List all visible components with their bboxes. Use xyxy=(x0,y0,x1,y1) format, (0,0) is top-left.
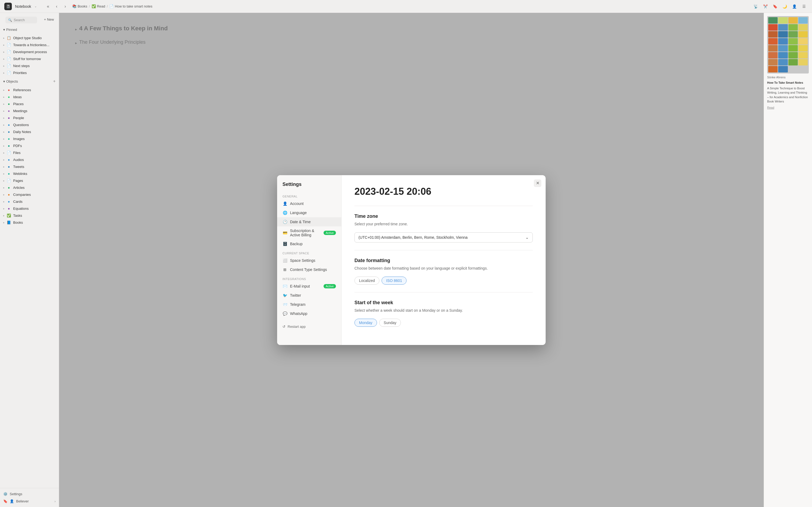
book-cover-cell xyxy=(798,45,808,52)
sunday-button[interactable]: Sunday xyxy=(379,319,401,327)
settings-nav-content-type[interactable]: ⊞ Content Type Settings xyxy=(277,265,341,274)
modal-close-button[interactable]: ✕ xyxy=(534,179,541,187)
settings-nav-language[interactable]: 🌐 Language xyxy=(277,208,341,217)
search-icon: 🔍 xyxy=(8,18,12,22)
book-cover-cell xyxy=(798,17,808,23)
objects-items: ▸ ● References ▸ ● Ideas ▸ ● Places ▸ ● xyxy=(0,85,59,227)
sidebar-item-ideas[interactable]: ▸ ● Ideas xyxy=(0,93,59,100)
settings-content: 2023-02-15 20:06 Time zone Select your p… xyxy=(342,175,546,345)
back-button[interactable]: ‹ xyxy=(53,3,60,10)
sidebar-settings-label: Settings xyxy=(10,492,22,496)
breadcrumb: 📚 Books / ✅ Read / 📄 How to take smart n… xyxy=(72,4,153,8)
darkmode-icon-button[interactable]: 🌙 xyxy=(781,3,789,10)
weblinks-icon: ● xyxy=(7,171,11,176)
sidebar-item-cards[interactable]: ▸ ● Cards xyxy=(0,198,59,205)
item-chevron: ▸ xyxy=(3,137,5,140)
stuff-tomorrow-icon: 📄 xyxy=(7,57,11,61)
sidebar-item-people[interactable]: ▸ ● People xyxy=(0,114,59,121)
collapse-sidebar-button[interactable]: « xyxy=(44,3,52,10)
objects-header[interactable]: ▾ Objects + xyxy=(0,77,59,85)
sidebar-item-tweets[interactable]: ▸ ● Tweets xyxy=(0,163,59,170)
sidebar-item-priorities[interactable]: ▸ 📄 Priorities xyxy=(0,69,59,76)
settings-nav-account[interactable]: 👤 Account xyxy=(277,199,341,208)
sidebar-item-object-type-studio[interactable]: ▸ 📋 Object type Studio xyxy=(0,34,59,41)
read-status-link[interactable]: Read xyxy=(767,106,809,109)
book-cover-cell xyxy=(789,59,798,65)
settings-nav-whatsapp[interactable]: 💬 WhatsApp xyxy=(277,309,341,318)
sidebar-item-tasks[interactable]: ▸ ✅ Tasks xyxy=(0,212,59,219)
subscription-active-badge: Active xyxy=(323,231,336,235)
sidebar-item-books[interactable]: ▸ 📘 Books xyxy=(0,219,59,226)
restart-app-button[interactable]: ↺ Restart app xyxy=(277,323,341,331)
pinned-header[interactable]: ▾ Pinned xyxy=(0,26,59,33)
sidebar-item-towards-frictionless[interactable]: ▸ 📄 Towards a frictionless... xyxy=(0,41,59,48)
sidebar-item-daily-notes[interactable]: ▸ ● Daily Notes xyxy=(0,128,59,135)
timezone-dropdown[interactable]: (UTC+01:00) Amsterdam, Berlin, Bern, Rom… xyxy=(354,232,533,242)
object-type-studio-icon: 📋 xyxy=(7,36,11,40)
sidebar-item-references[interactable]: ▸ ● References xyxy=(0,87,59,93)
iso8601-format-button[interactable]: ISO 8601 xyxy=(382,277,407,285)
sidebar-expand-button[interactable]: › xyxy=(54,500,56,503)
sidebar-item-weblinks[interactable]: ▸ ● Weblinks xyxy=(0,170,59,177)
settings-modal: ✕ Settings GENERAL 👤 Account 🌐 Language xyxy=(277,175,546,345)
sidebar-item-meetings[interactable]: ▸ ● Meetings xyxy=(0,107,59,114)
sidebar-item-equations[interactable]: ▸ ● Equations xyxy=(0,205,59,212)
app-logo[interactable]: 📓 xyxy=(4,3,12,10)
modal-overlay[interactable]: ✕ Settings GENERAL 👤 Account 🌐 Language xyxy=(59,13,764,507)
forward-button[interactable]: › xyxy=(61,3,69,10)
files-icon: 📄 xyxy=(7,151,11,155)
item-chevron: ▸ xyxy=(3,158,5,161)
bookmark-icon-button[interactable]: 🔖 xyxy=(771,3,779,10)
add-object-button[interactable]: + xyxy=(53,79,56,84)
pages-icon: 📄 xyxy=(7,178,11,183)
sidebar-item-next-steps[interactable]: ▸ 📄 Next steps xyxy=(0,62,59,69)
sidebar-search[interactable]: 🔍 Search xyxy=(5,17,37,23)
settings-nav-email[interactable]: ✉️ E-Mail input Active xyxy=(277,282,341,291)
books-icon: 📘 xyxy=(7,220,11,225)
settings-nav-date-time[interactable]: 🕐 Date & Time xyxy=(277,217,341,226)
sidebar-item-articles[interactable]: ▸ ● Articles xyxy=(0,184,59,191)
antenna-icon-button[interactable]: 📡 xyxy=(752,3,759,10)
sidebar-item-files[interactable]: ▸ 📄 Files xyxy=(0,149,59,156)
pinned-chevron-icon: ▾ xyxy=(3,27,5,32)
new-button[interactable]: + New xyxy=(41,16,57,23)
sidebar-item-audios[interactable]: ▸ ● Audios xyxy=(0,156,59,163)
week-start-description: Select whether a week should start on a … xyxy=(354,308,533,313)
settings-nav-subscription[interactable]: 💳 Subscription & Active Billing Active xyxy=(277,226,341,239)
breadcrumb-books[interactable]: 📚 Books xyxy=(72,4,87,8)
app-title-caret[interactable]: ⌄ xyxy=(34,5,37,8)
settings-nav-twitter[interactable]: 🐦 Twitter xyxy=(277,291,341,300)
content-type-icon: ⊞ xyxy=(283,267,287,272)
menu-icon-button[interactable]: ☰ xyxy=(800,3,808,10)
sidebar-item-questions[interactable]: ▸ ● Questions xyxy=(0,121,59,128)
content-area: ▸ 4 A Few Things to Keep in Mind ▸ The F… xyxy=(59,13,764,507)
breadcrumb-read[interactable]: ✅ Read xyxy=(92,4,105,8)
sidebar-item-stuff-for-tomorrow[interactable]: ▸ 📄 Stuff for tomorrow xyxy=(0,55,59,62)
email-active-badge: Active xyxy=(323,284,336,288)
ideas-icon: ● xyxy=(7,95,11,99)
localized-format-button[interactable]: Localized xyxy=(354,277,379,285)
sidebar-item-places[interactable]: ▸ ● Places xyxy=(0,100,59,107)
settings-nav-telegram[interactable]: 📨 Telegram xyxy=(277,300,341,309)
book-cover-cell xyxy=(768,59,778,65)
sidebar-settings-button[interactable]: ⚙️ Settings xyxy=(0,490,59,498)
book-cover-cell xyxy=(768,52,778,58)
scissors-icon-button[interactable]: ✂️ xyxy=(762,3,769,10)
sidebar-item-images[interactable]: ▸ ● Images xyxy=(0,135,59,142)
settings-nav-backup[interactable]: 🗄️ Backup xyxy=(277,239,341,248)
sidebar: 🔍 Search + New ▾ Pinned ▸ 📋 Object type … xyxy=(0,13,59,507)
book-cover-cell xyxy=(778,59,788,65)
sidebar-item-development-process[interactable]: ▸ 📄 Development process xyxy=(0,48,59,55)
book-cover-cell xyxy=(798,52,808,58)
monday-button[interactable]: Monday xyxy=(354,319,377,327)
sidebar-item-pdfs[interactable]: ▸ ● PDFs xyxy=(0,142,59,149)
book-cover-cell xyxy=(789,24,798,31)
profile-icon-button[interactable]: 👤 xyxy=(791,3,798,10)
audios-icon: ● xyxy=(7,158,11,162)
breadcrumb-note[interactable]: 📄 How to take smart notes xyxy=(109,4,152,8)
settings-nav-space-settings[interactable]: ⬜ Space Settings xyxy=(277,256,341,265)
sidebar-item-pages[interactable]: ▸ 📄 Pages xyxy=(0,177,59,184)
note-icon: 📄 xyxy=(109,4,114,8)
sidebar-profile-area[interactable]: 🔖 👤 Believer › xyxy=(0,498,59,505)
sidebar-item-companies[interactable]: ▸ ● Companies xyxy=(0,191,59,198)
